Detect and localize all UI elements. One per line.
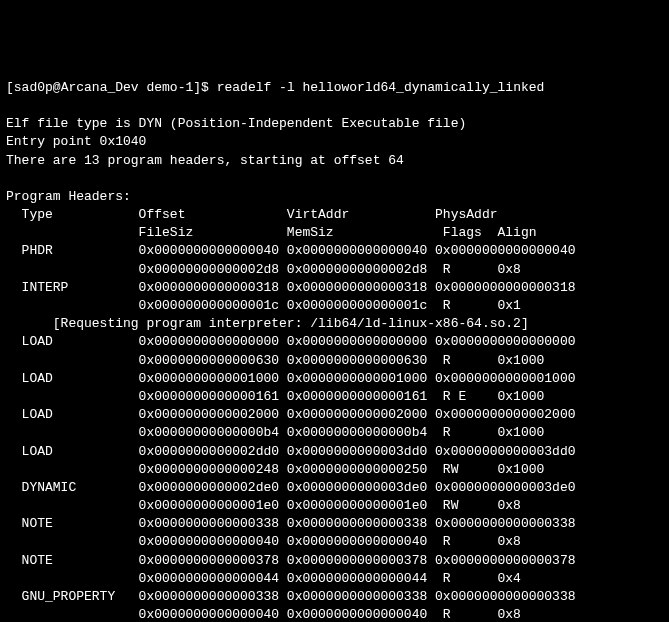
prompt-cwd: demo-1	[146, 80, 193, 95]
terminal-output: [sad0p@Arcana_Dev demo-1]$ readelf -l he…	[6, 79, 663, 622]
prompt-user: sad0p	[14, 80, 53, 95]
entry-point: Entry point 0x1040	[6, 134, 146, 149]
shell-prompt[interactable]: [sad0p@Arcana_Dev demo-1]$	[6, 80, 217, 95]
column-headers: Type Offset VirtAddr PhysAddr FileSiz Me…	[6, 207, 537, 240]
command-text: readelf -l helloworld64_dynamically_link…	[217, 80, 545, 95]
elf-filetype: Elf file type is DYN (Position-Independe…	[6, 116, 466, 131]
header-count: There are 13 program headers, starting a…	[6, 153, 404, 168]
section-title: Program Headers:	[6, 189, 131, 204]
prompt-host: Arcana_Dev	[61, 80, 139, 95]
program-headers-table: PHDR 0x0000000000000040 0x00000000000000…	[6, 243, 576, 622]
